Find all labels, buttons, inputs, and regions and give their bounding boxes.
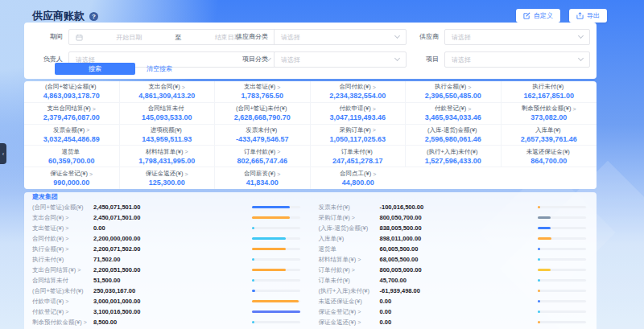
metric-bar-fill: [538, 321, 540, 323]
clear-search-link[interactable]: 清空搜索: [147, 63, 172, 75]
chevron-right-icon: >: [277, 171, 280, 177]
metric-card[interactable]: 合同点工(¥)>44,800.00: [311, 167, 407, 189]
metric-value: 2,379,476,087.00: [43, 113, 100, 121]
metric-value: 2,200,051,500.00: [93, 266, 252, 273]
group-name[interactable]: 建发集团: [32, 193, 597, 200]
metric-label[interactable]: 执行金额(¥)>: [32, 245, 93, 253]
metric-card: 执行未付(¥)162,167,851.00: [502, 81, 597, 103]
metric-label: (合同+签证)未付(¥): [32, 287, 93, 295]
metric-value: 802,665,747.46: [237, 157, 287, 165]
metric-bar-fill: [252, 206, 290, 208]
metric-label[interactable]: 付款申请(¥)>: [32, 298, 93, 306]
metric-value: 1,783,765.50: [241, 92, 283, 100]
metric-label: 发票金额(¥): [53, 126, 85, 134]
metric-card[interactable]: 付款登记(¥)>3,465,934,033.46: [406, 103, 502, 125]
start-date-placeholder: 开始日期: [86, 33, 172, 42]
metric-label[interactable]: 保证金返还(¥)>: [319, 319, 380, 327]
metric-label[interactable]: 支出签证(¥)>: [32, 224, 93, 232]
metric-grid: (合同+签证)金额(¥)4,863,093,178.70 支出合同(¥)>4,8…: [24, 81, 597, 189]
metric-value: 864,700.00: [530, 157, 567, 165]
header-actions: 自定义 导出: [516, 9, 607, 23]
supplier-category-select[interactable]: 请选择: [274, 29, 407, 45]
project-category-select[interactable]: 请选择: [274, 51, 407, 68]
metric-card[interactable]: 合同付款(¥)>2,234,382,554.00: [311, 81, 407, 103]
metric-bar: [252, 237, 300, 240]
metric-value: -100,016,500.00: [380, 204, 539, 211]
metric-value: 41,834.00: [246, 179, 279, 187]
metric-card[interactable]: 采购订单(¥)>1,050,117,025.63: [311, 125, 407, 146]
metric-value: 2,396,550,485.00: [425, 92, 481, 100]
group-metric-row: 订单付款(¥)>800,005,000.00: [319, 265, 587, 275]
metric-label: 退货单: [62, 148, 80, 156]
project-category-placeholder: 请选择: [281, 56, 300, 64]
metric-value: 2,450,071,501.00: [93, 214, 252, 221]
metric-label: 发票未付(¥): [246, 126, 277, 134]
metric-label: 订单未付(¥): [319, 277, 380, 285]
metric-card[interactable]: 付款申请(¥)>3,047,119,493.46: [311, 103, 407, 125]
chevron-right-icon: >: [277, 149, 280, 154]
search-button[interactable]: 搜索: [55, 63, 135, 75]
metric-label[interactable]: 剩余预付款金额(¥)>: [32, 319, 93, 327]
metric-label: (执行+入库)未付(¥): [319, 287, 380, 295]
metric-value: 2,200,000,000.00: [93, 235, 252, 242]
chevron-down-icon: [578, 33, 584, 39]
chevron-right-icon: >: [373, 106, 376, 112]
chevron-right-icon: >: [77, 267, 80, 273]
metric-card: 退货单60,359,700.00: [24, 146, 120, 167]
supplier-select[interactable]: 请选择: [444, 29, 590, 45]
metric-card[interactable]: 保证金返还(¥)>125,300.00: [120, 167, 216, 189]
help-icon[interactable]: ?: [89, 12, 98, 21]
supplier-label: 供应商: [409, 29, 439, 45]
metric-bar-fill: [252, 279, 254, 282]
metric-card[interactable]: 保证金登记(¥)>990,000.00: [24, 167, 120, 189]
chevron-right-icon: >: [65, 236, 68, 241]
metric-value: 4,863,093,178.70: [43, 92, 100, 100]
chevron-right-icon: >: [65, 246, 68, 252]
customize-button[interactable]: 自定义: [516, 9, 560, 23]
metric-label[interactable]: 支出合同(¥)>: [32, 214, 93, 222]
metric-label[interactable]: 付款登记(¥)>: [32, 308, 93, 316]
metric-card[interactable]: 材料结算单(¥)>1,798,431,995.00: [120, 146, 216, 167]
metric-card: (合同+签证)未付(¥)2,628,668,790.70: [215, 103, 311, 125]
export-button[interactable]: 导出: [569, 9, 607, 23]
metric-value: 71,502.00: [93, 256, 252, 263]
metric-label[interactable]: 合同付款(¥)>: [32, 235, 93, 243]
metric-card[interactable]: 执行金额(¥)>2,396,550,485.00: [406, 81, 502, 103]
metric-label: (合同+签证)金额(¥): [45, 83, 97, 91]
metric-card: (执行+入库)未付(¥)1,527,596,433.00: [406, 146, 502, 167]
metric-card[interactable]: 发票金额(¥)>3,032,454,486.89: [24, 125, 120, 146]
chevron-right-icon: >: [182, 84, 185, 90]
metric-card[interactable]: 合同薪资(¥)>41,834.00: [215, 167, 311, 189]
chevron-right-icon: >: [373, 171, 376, 177]
metric-card[interactable]: 剩余预付款金额(¥)>373,082.00: [502, 103, 597, 125]
sidebar-collapse-handle[interactable]: ‹: [0, 143, 6, 164]
metric-bar: [252, 269, 300, 271]
metric-value: 3,465,934,033.46: [425, 113, 481, 121]
project-select[interactable]: 请选择: [444, 51, 590, 68]
metric-card[interactable]: 订单付款(¥)>802,665,747.46: [215, 146, 311, 167]
metric-label: 订单付款(¥): [244, 148, 275, 156]
metric-label[interactable]: 采购订单(¥)>: [319, 214, 380, 222]
metric-bar: [538, 310, 586, 313]
metric-card[interactable]: 支出签证(¥)>1,783,765.50: [215, 81, 311, 103]
group-detail-panel: 建发集团 (合同+签证)金额(¥)2,450,071,501.00 支出合同(¥…: [24, 192, 597, 329]
metric-label: 合同结算未付: [148, 105, 184, 113]
metric-label[interactable]: 订单付款(¥)>: [319, 266, 380, 274]
group-metric-row: 支出合同(¥)>2,450,071,501.00: [32, 212, 300, 223]
metric-label[interactable]: 材料结算单(¥)>: [319, 256, 380, 264]
metric-bar: [252, 290, 300, 292]
export-icon: [576, 12, 584, 19]
chevron-right-icon: >: [277, 84, 280, 90]
metric-value: 247,451,278.17: [332, 157, 383, 165]
group-metric-row: 保证金返还(¥)>0.00: [319, 317, 587, 327]
metric-bar-fill: [252, 216, 290, 219]
metric-card[interactable]: 支出合同结算(¥)>2,379,476,087.00: [24, 103, 120, 125]
chevron-right-icon: >: [185, 149, 188, 154]
metric-bar: [252, 321, 300, 323]
metric-card[interactable]: 支出合同(¥)>4,861,309,413.20: [120, 81, 216, 103]
filter-panel: 期间 开始日期 至 结束日期 供应商分类 请选择 供应商 请选择 负责人 请选择…: [24, 23, 597, 79]
metric-label[interactable]: 保证金登记(¥)>: [319, 308, 380, 316]
chevron-down-icon: [394, 33, 400, 39]
metric-label[interactable]: 支出合同结算(¥)>: [32, 266, 93, 274]
metric-value: 51,500.00: [93, 277, 252, 284]
